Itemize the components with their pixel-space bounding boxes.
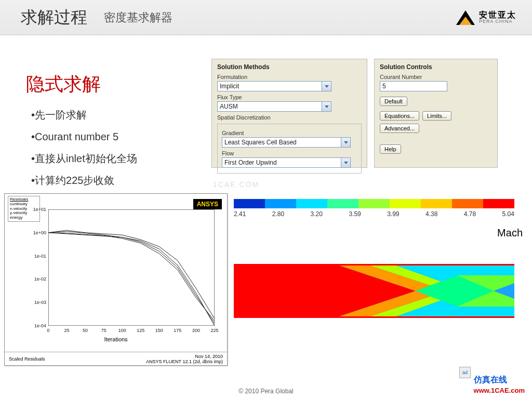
slide-header: 求解过程 密度基求解器 安世亚太 PERA CHINA [0,0,532,35]
colorbar-tick: 2.80 [272,210,284,218]
ytick: 1e-02 [29,276,46,282]
spatial-group: x Gradient Least Squares Cell Based Flow… [217,124,362,174]
mach-contour [234,255,514,327]
default-button[interactable]: Default [380,97,407,106]
colorbar-tick: 3.59 [349,210,361,218]
colorbar-tick: 4.78 [464,210,476,218]
ytick: 1e-01 [29,254,46,259]
flux-label: Flux Type [217,94,362,100]
xtick: 100 [118,328,126,333]
bullet-2: •Courant number 5 [31,126,137,148]
flow-value: First Order Upwind [224,159,277,166]
colorbar-seg [421,199,452,208]
site-url: www.1CAE.com [474,387,525,394]
site-brand: 仿真在线 www.1CAE.com [474,375,525,395]
colorbar-tick: 3.99 [387,210,399,218]
flux-select[interactable]: AUSM [217,101,331,112]
title-sub: 密度基求解器 [104,10,172,25]
svg-rect-30 [234,264,514,265]
bullet-3: •直接从inlet初始化全场 [31,148,137,169]
flow-select[interactable]: First Order Upwind [222,157,351,168]
mach-figure: 2.412.803.203.593.994.384.785.04 Mach [234,199,528,329]
residuals-chart: Residuals continuity x-velocity y-veloci… [4,193,228,366]
gradient-label: Gradient [222,130,357,136]
formulation-value: Implicit [220,83,239,90]
xtick: 200 [192,328,200,333]
residuals-footer: Scaled Residuals Nov 14, 2010 ANSYS FLUE… [5,352,227,365]
legend-item: energy [10,216,38,220]
footer-left: Scaled Residuals [9,356,45,362]
colorbar-seg [234,199,265,208]
xtick: 175 [174,328,181,333]
help-button[interactable]: Help [380,144,401,154]
site-cn: 仿真在线 [474,375,507,384]
colorbar-seg [483,199,514,208]
gradient-select[interactable]: Least Squares Cell Based [222,137,351,148]
residuals-plot [48,209,215,326]
colorbar-seg [358,199,390,208]
methods-title: Solution Methods [217,63,362,71]
residuals-xlabel: Iterations [5,336,227,342]
xtick: 25 [64,328,70,333]
ytick: 1e+01 [29,207,46,212]
logo-triangle-icon [456,10,475,25]
copyright: © 2010 Pera Global [0,388,532,395]
ansys-logo: ANSYS [193,199,222,209]
section-title: 隐式求解 [26,72,101,97]
colorbar-seg [327,199,358,208]
courant-label: Courant Number [380,74,492,80]
svg-rect-18 [234,265,338,317]
formulation-select[interactable]: Implicit [217,81,331,91]
svg-rect-31 [234,316,514,318]
ytick: 1e+00 [29,230,46,235]
flux-value: AUSM [220,103,238,110]
chevron-down-icon[interactable] [341,138,350,147]
colorbar-tick: 3.20 [311,210,323,218]
colorbar [234,199,514,208]
flow-label: Flow [222,150,357,156]
colorbar-tick: 5.04 [502,210,514,218]
mach-label: Mach [234,227,528,239]
controls-title: Solution Controls [380,63,492,71]
xtick: 125 [137,328,144,333]
advanced-button[interactable]: Advanced... [380,124,419,133]
ytick: 1e-04 [29,323,46,328]
formulation-label: Formulation [217,74,362,80]
ad-icon: ad [459,367,471,378]
logo-en: PERA CHINA [479,19,516,24]
xtick: 0 [47,328,49,333]
footer-version: ANSYS FLUENT 12.1 (2d, dbns imp) [146,359,223,364]
equations-button[interactable]: Equations... [380,111,419,121]
xtick: 225 [210,328,218,333]
colorbar-seg [265,199,296,208]
colorbar-seg [390,199,421,208]
pera-logo: 安世亚太 PERA CHINA [456,10,516,25]
watermark: 1CAE.COM [213,180,259,189]
svg-rect-16 [48,209,215,326]
ytick: 1e-03 [29,300,46,305]
gradient-value: Least Squares Cell Based [224,139,297,146]
solution-controls-panel: Solution Controls Courant Number 5 Defau… [374,59,498,168]
bullet-1: •先一阶求解 [31,104,137,126]
colorbar-seg [452,199,483,208]
xtick: 150 [155,328,163,333]
chevron-down-icon[interactable] [341,158,350,167]
courant-input[interactable]: 5 [380,81,447,91]
limits-button[interactable]: Limits... [422,111,451,121]
title-main: 求解过程 [21,6,87,29]
footer-date: Nov 14, 2010 [146,354,223,359]
xtick: 50 [83,328,88,333]
bullet-4: •计算约225步收敛 [31,169,137,191]
xtick: 75 [101,328,107,333]
spatial-label: Spatial Discretization [217,114,362,121]
colorbar-tick: 4.38 [425,210,437,218]
solution-methods-panel: Solution Methods Formulation Implicit Fl… [211,59,367,168]
bullet-list: •先一阶求解 •Courant number 5 •直接从inlet初始化全场 … [31,104,137,191]
colorbar-labels: 2.412.803.203.593.994.384.785.04 [234,210,514,218]
colorbar-seg [296,199,327,208]
chevron-down-icon[interactable] [322,102,331,111]
chevron-down-icon[interactable] [322,82,331,91]
colorbar-tick: 2.41 [234,210,246,218]
courant-value: 5 [382,83,386,90]
logo-cn: 安世亚太 [479,11,516,19]
